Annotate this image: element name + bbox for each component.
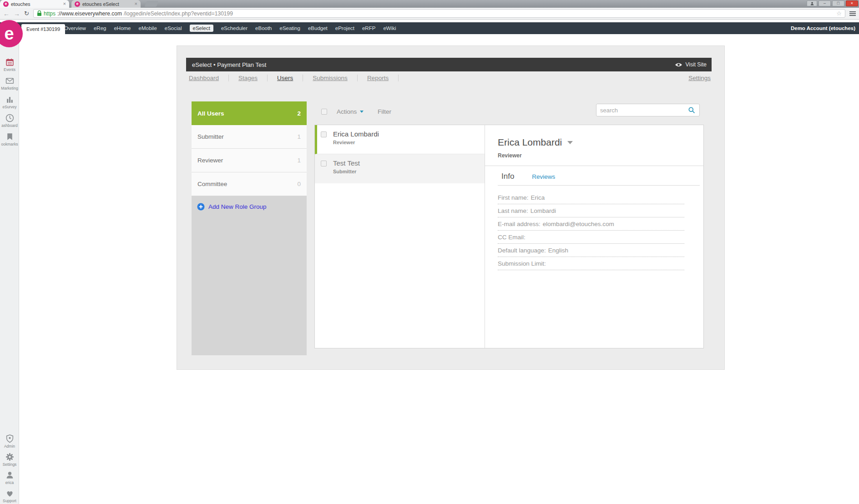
nav-item-erfp[interactable]: eRFP (362, 25, 375, 31)
tab-close-icon[interactable]: × (135, 1, 137, 6)
subnav-reports[interactable]: Reports (358, 75, 399, 81)
url-path: /loggedin/eSelect/index.php?eventid=1301… (124, 10, 834, 17)
field-first-name: First name:Erica (498, 191, 684, 204)
subnav-users[interactable]: Users (268, 75, 303, 81)
reload-icon[interactable]: ↻ (24, 10, 29, 16)
role-group-all-users[interactable]: All Users 2 (192, 101, 307, 125)
plus-circle-icon (197, 203, 205, 211)
field-last-name: Last name:Lombardi (498, 204, 684, 217)
info-fields: First name:Erica Last name:Lombardi E-ma… (498, 191, 684, 270)
sidebar-item-events[interactable]: Events (0, 57, 19, 72)
tab-reviews[interactable]: Reviews (532, 173, 555, 180)
settings-link[interactable]: Settings (688, 75, 711, 81)
nav-item-eproject[interactable]: eProject (335, 25, 354, 31)
name-dropdown-icon[interactable] (567, 141, 573, 144)
search-icon[interactable] (688, 106, 696, 114)
user-list: Erica Lombardi Reviewer Test Test Submit… (315, 125, 485, 348)
sidebar-item-dashboard[interactable]: ashboard (0, 113, 19, 128)
visit-site-button[interactable]: Visit Site (675, 61, 707, 68)
browser-tab-etouches[interactable]: e etouches × (0, 0, 69, 8)
sidebar-item-settings[interactable]: Settings (0, 452, 19, 467)
sidebar-item-admin[interactable]: Admin (0, 434, 19, 449)
window-controls: – □ × (807, 0, 858, 6)
minimize-button[interactable]: – (819, 0, 831, 6)
role-group-panel: All Users 2 Submitter 1 Reviewer 1 Commi… (192, 101, 307, 355)
app-top-nav: Event #130199 Overview eReg eHome eMobil… (0, 22, 859, 34)
tab-info[interactable]: Info (501, 172, 514, 181)
role-group-committee[interactable]: Committee 0 (192, 172, 307, 196)
shield-icon (5, 434, 15, 444)
search-box (596, 104, 700, 116)
sidebar-item-esurvey[interactable]: eSurvey (0, 95, 19, 109)
sidebar-bottom-group: Admin Settings erica Support (0, 434, 19, 503)
detail-user-role: Reviewer (498, 152, 703, 159)
maximize-button[interactable]: □ (832, 0, 844, 6)
field-submission-limit: Submission Limit: (498, 257, 684, 270)
url-scheme: https (44, 10, 56, 17)
account-label[interactable]: Demo Account (etouches) (791, 25, 855, 31)
sidebar-item-marketing[interactable]: Marketing (0, 76, 19, 91)
subnav-stages[interactable]: Stages (229, 75, 268, 81)
nav-item-esocial[interactable]: eSocial (165, 25, 182, 31)
search-input[interactable] (600, 107, 685, 114)
actions-dropdown[interactable]: Actions (337, 108, 364, 115)
nav-item-escheduler[interactable]: eScheduler (221, 25, 248, 31)
user-row-erica-lombardi[interactable]: Erica Lombardi Reviewer (315, 125, 485, 154)
module-header: eSelect • Payment Plan Test Visit Site (186, 58, 712, 71)
forward-icon[interactable]: → (14, 10, 20, 17)
divider (485, 166, 703, 166)
sidebar-item-user-erica[interactable]: erica (0, 470, 19, 485)
event-tab[interactable]: Event #130199 (21, 24, 65, 34)
module-nav: Overview eReg eHome eMobile eSocial eSel… (64, 22, 396, 34)
nav-item-overview[interactable]: Overview (64, 25, 86, 31)
envelope-icon (5, 76, 15, 86)
users-list-container: Erica Lombardi Reviewer Test Test Submit… (314, 125, 704, 348)
user-checkbox[interactable] (321, 131, 327, 137)
detail-tabs: Info Reviews (498, 172, 703, 181)
browser-tab-strip: e etouches × e etouches eSelect × – □ × (0, 0, 859, 8)
heart-icon (5, 489, 15, 498)
bookmark-star-icon[interactable]: ☆ (836, 10, 842, 16)
icon-sidebar: e Events Marketing eSurvey ashboard ookm… (0, 34, 19, 504)
tab-title: etouches (11, 1, 61, 7)
gauge-icon (5, 113, 15, 123)
nav-item-ereg[interactable]: eReg (94, 25, 106, 31)
nav-item-ebooth[interactable]: eBooth (255, 25, 272, 31)
user-checkbox[interactable] (321, 161, 327, 166)
bar-chart-icon (5, 95, 15, 104)
nav-item-ebudget[interactable]: eBudget (308, 25, 328, 31)
field-email: E-mail address:elombardi@etouches.com (498, 217, 684, 231)
browser-tab-eselect[interactable]: e etouches eSelect × (71, 0, 141, 8)
subnav-dashboard[interactable]: Dashboard (186, 75, 229, 81)
role-group-submitter[interactable]: Submitter 1 (192, 125, 307, 149)
select-all-checkbox[interactable] (321, 109, 327, 115)
url-bar[interactable]: https ://www.eiseverywhere.com /loggedin… (33, 9, 845, 18)
nav-item-emobile[interactable]: eMobile (139, 25, 157, 31)
new-tab-button[interactable] (145, 1, 159, 7)
sidebar-item-bookmarks[interactable]: ookmarks (0, 132, 19, 146)
field-cc-email: CC Email: (498, 231, 684, 244)
sidebar-top-group: Events Marketing eSurvey ashboard ookmar… (0, 57, 19, 146)
person-icon (5, 470, 15, 480)
subnav-submissions[interactable]: Submissions (303, 75, 358, 81)
back-icon[interactable]: ← (3, 10, 10, 17)
user-row-test-test[interactable]: Test Test Submitter (315, 154, 485, 183)
nav-item-ewiki[interactable]: eWiki (383, 25, 396, 31)
nav-item-eseating[interactable]: eSeating (280, 25, 300, 31)
browser-menu-icon[interactable] (849, 11, 856, 16)
bookmark-icon (5, 132, 15, 141)
add-new-role-group-link[interactable]: Add New Role Group (192, 196, 307, 217)
tab-close-icon[interactable]: × (63, 1, 66, 6)
role-group-reviewer[interactable]: Reviewer 1 (192, 149, 307, 172)
user-detail-panel: Erica Lombardi Reviewer Info Reviews Fir… (485, 125, 703, 348)
chevron-down-icon (360, 111, 364, 113)
nav-item-eselect[interactable]: eSelect (190, 25, 213, 32)
sidebar-item-support[interactable]: Support (0, 489, 19, 503)
close-button[interactable]: × (846, 0, 858, 6)
browser-toolbar: ← → ↻ https ://www.eiseverywhere.com /lo… (0, 8, 859, 20)
nav-item-ehome[interactable]: eHome (114, 25, 131, 31)
role-count-badge: 2 (297, 110, 301, 117)
role-count-badge: 0 (297, 181, 301, 187)
filter-button[interactable]: Filter (378, 108, 391, 115)
profile-button[interactable] (807, 0, 817, 6)
